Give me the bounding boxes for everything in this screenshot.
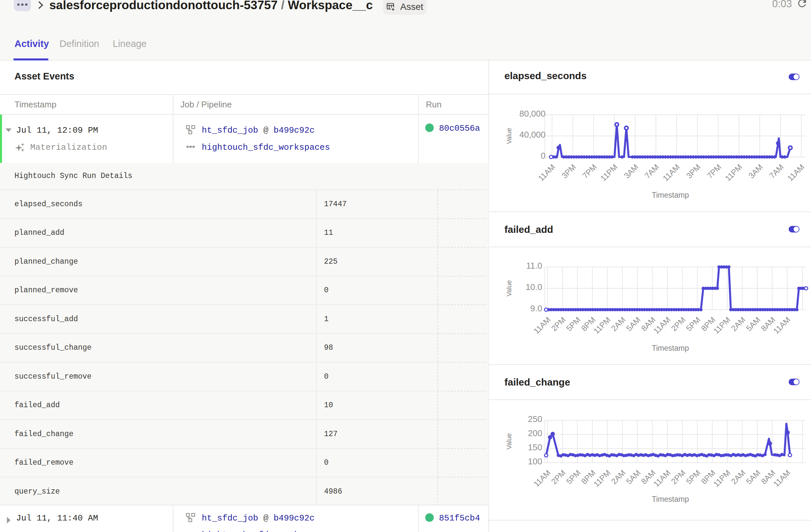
svg-text:11AM: 11AM: [652, 468, 672, 488]
svg-text:5PM: 5PM: [685, 315, 702, 333]
svg-text:150: 150: [528, 442, 542, 452]
svg-text:200: 200: [528, 428, 542, 438]
svg-text:2AM: 2AM: [610, 315, 627, 333]
svg-text:11PM: 11PM: [723, 162, 744, 183]
svg-text:11PM: 11PM: [592, 468, 612, 488]
svg-text:11AM: 11AM: [786, 162, 806, 183]
svg-text:11PM: 11PM: [712, 468, 732, 488]
svg-text:2PM: 2PM: [549, 468, 567, 486]
svg-text:0: 0: [541, 151, 546, 160]
svg-text:11AM: 11AM: [536, 162, 557, 183]
svg-text:10.0: 10.0: [525, 282, 542, 292]
svg-text:2PM: 2PM: [669, 468, 687, 486]
svg-text:7PM: 7PM: [581, 162, 598, 180]
svg-text:2PM: 2PM: [669, 315, 687, 333]
svg-text:7AM: 7AM: [643, 162, 661, 180]
svg-text:5PM: 5PM: [565, 315, 582, 333]
svg-text:11PM: 11PM: [599, 162, 619, 183]
svg-text:Timestamp: Timestamp: [652, 495, 689, 503]
svg-text:11PM: 11PM: [592, 315, 612, 335]
svg-text:5AM: 5AM: [744, 315, 762, 333]
svg-text:11AM: 11AM: [771, 468, 792, 488]
svg-text:3AM: 3AM: [622, 162, 640, 180]
svg-text:Value: Value: [505, 280, 512, 297]
svg-text:11AM: 11AM: [661, 162, 682, 183]
svg-text:11PM: 11PM: [712, 315, 732, 335]
svg-text:11AM: 11AM: [532, 315, 552, 335]
svg-text:40,000: 40,000: [519, 130, 546, 140]
svg-text:11.0: 11.0: [526, 261, 542, 270]
svg-text:5PM: 5PM: [565, 468, 582, 486]
svg-text:Timestamp: Timestamp: [652, 344, 689, 353]
svg-text:7PM: 7PM: [705, 162, 723, 180]
svg-text:7AM: 7AM: [768, 162, 785, 180]
svg-text:2AM: 2AM: [610, 468, 627, 486]
svg-text:3AM: 3AM: [747, 162, 765, 180]
svg-text:3PM: 3PM: [560, 162, 578, 180]
svg-text:11AM: 11AM: [771, 315, 792, 335]
svg-text:100: 100: [528, 456, 542, 466]
svg-text:Timestamp: Timestamp: [652, 191, 689, 199]
svg-text:5PM: 5PM: [685, 468, 702, 486]
svg-text:Value: Value: [505, 128, 512, 144]
svg-text:2AM: 2AM: [729, 468, 747, 486]
svg-text:Value: Value: [505, 433, 512, 450]
svg-text:11AM: 11AM: [652, 315, 672, 335]
svg-text:3PM: 3PM: [685, 162, 702, 180]
svg-text:2AM: 2AM: [729, 315, 747, 333]
svg-text:5AM: 5AM: [624, 468, 642, 486]
svg-text:5AM: 5AM: [744, 468, 762, 486]
svg-text:9.0: 9.0: [530, 303, 542, 313]
svg-text:80,000: 80,000: [519, 109, 546, 119]
svg-text:5AM: 5AM: [624, 315, 642, 333]
svg-text:11AM: 11AM: [532, 468, 552, 488]
svg-text:2PM: 2PM: [549, 315, 567, 333]
svg-text:250: 250: [528, 414, 542, 424]
